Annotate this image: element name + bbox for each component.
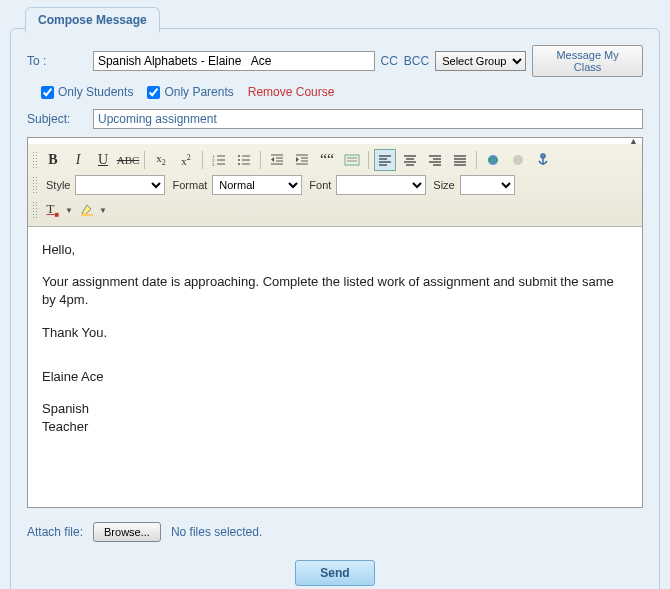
editor: ▲ B I U ABC x2 x2 123 (27, 137, 643, 508)
underline-button[interactable]: U (92, 149, 114, 171)
bullet-list-button[interactable] (233, 149, 255, 171)
subscript-button[interactable]: x2 (150, 149, 172, 171)
editor-toolbar: B I U ABC x2 x2 123 (28, 144, 642, 227)
align-center-button[interactable] (399, 149, 421, 171)
svg-point-42 (513, 155, 523, 165)
svg-text:3: 3 (212, 162, 215, 167)
strikethrough-button[interactable]: ABC (117, 149, 139, 171)
size-select[interactable] (460, 175, 515, 195)
compose-panel: Compose Message To : CC BCC Select Group… (10, 28, 660, 589)
attach-row: Attach file: Browse... No files selected… (27, 522, 643, 542)
attach-status: No files selected. (171, 525, 262, 539)
message-my-class-button[interactable]: Message My Class (532, 45, 643, 77)
cc-link[interactable]: CC (381, 54, 398, 68)
text-color-button[interactable]: T■ ▼ (42, 199, 73, 221)
svg-marker-21 (296, 157, 299, 162)
svg-point-41 (488, 155, 498, 165)
subject-input[interactable] (93, 109, 643, 129)
to-input[interactable] (93, 51, 375, 71)
attach-label: Attach file: (27, 525, 83, 539)
svg-point-11 (238, 163, 240, 165)
body-para1: Your assignment date is approaching. Com… (42, 273, 628, 309)
anchor-button[interactable] (532, 149, 554, 171)
align-justify-button[interactable] (449, 149, 471, 171)
bold-button[interactable]: B (42, 149, 64, 171)
svg-rect-22 (345, 155, 359, 165)
filter-row: Only Students Only Parents Remove Course (27, 85, 643, 99)
numbered-list-button[interactable]: 123 (208, 149, 230, 171)
subject-label: Subject: (27, 112, 87, 126)
svg-point-10 (238, 159, 240, 161)
only-parents-label: Only Parents (164, 85, 233, 99)
svg-point-9 (238, 155, 240, 157)
send-row: Send (27, 560, 643, 586)
bg-color-button[interactable]: ▼ (76, 199, 107, 221)
body-greeting: Hello, (42, 241, 628, 259)
superscript-button[interactable]: x2 (175, 149, 197, 171)
align-left-button[interactable] (374, 149, 396, 171)
to-row: To : CC BCC Select Group Message My Clas… (27, 45, 643, 77)
remove-course-link[interactable]: Remove Course (248, 85, 335, 99)
body-role1: Spanish (42, 400, 628, 418)
svg-rect-43 (81, 214, 93, 216)
align-right-button[interactable] (424, 149, 446, 171)
browse-button[interactable]: Browse... (93, 522, 161, 542)
toolbar-handle-3 (32, 201, 37, 219)
blockquote-button[interactable]: ““ (316, 149, 338, 171)
svg-marker-16 (271, 157, 274, 162)
compose-tab: Compose Message (25, 7, 160, 33)
toolbar-handle (32, 151, 37, 169)
style-select[interactable] (75, 175, 165, 195)
body-signature-name: Elaine Ace (42, 368, 628, 386)
select-group-dropdown[interactable]: Select Group (435, 51, 526, 71)
toolbar-handle-2 (32, 176, 37, 194)
outdent-button[interactable] (266, 149, 288, 171)
body-role2: Teacher (42, 418, 628, 436)
only-students-checkbox[interactable] (41, 86, 54, 99)
size-label: Size (433, 179, 454, 191)
italic-button[interactable]: I (67, 149, 89, 171)
only-students-label: Only Students (58, 85, 133, 99)
only-parents-checkbox[interactable] (147, 86, 160, 99)
editor-body[interactable]: Hello, Your assignment date is approachi… (28, 227, 642, 507)
send-button[interactable]: Send (295, 560, 374, 586)
to-label: To : (27, 54, 87, 68)
div-button[interactable] (341, 149, 363, 171)
link-button[interactable] (482, 149, 504, 171)
format-label: Format (172, 179, 207, 191)
unlink-button[interactable] (507, 149, 529, 171)
subject-row: Subject: (27, 109, 643, 129)
style-label: Style (46, 179, 70, 191)
indent-button[interactable] (291, 149, 313, 171)
bcc-link[interactable]: BCC (404, 54, 429, 68)
font-select[interactable] (336, 175, 426, 195)
body-thanks: Thank You. (42, 324, 628, 342)
font-label: Font (309, 179, 331, 191)
format-select[interactable]: Normal (212, 175, 302, 195)
